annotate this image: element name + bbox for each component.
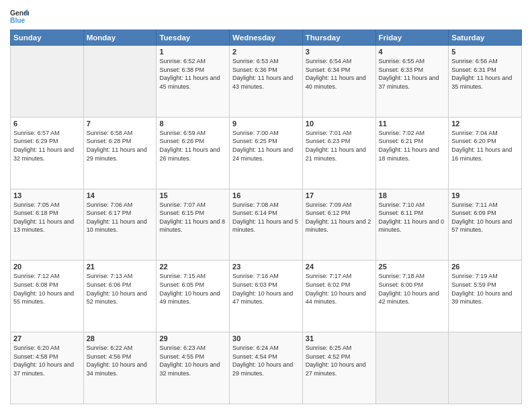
day-number: 20 [13,263,81,271]
calendar-day-cell: 3Sunrise: 6:54 AMSunset: 6:34 PMDaylight… [302,46,375,118]
day-number: 3 [306,48,373,56]
day-info: Sunrise: 6:25 AMSunset: 4:52 PMDaylight:… [306,344,373,377]
logo-icon: General Blue [10,7,29,26]
calendar-day-cell: 16Sunrise: 7:08 AMSunset: 6:14 PMDayligh… [230,189,303,261]
weekday-header: Tuesday [157,30,230,46]
day-info: Sunrise: 7:11 AMSunset: 6:09 PMDaylight:… [451,201,519,234]
day-info: Sunrise: 6:22 AMSunset: 4:56 PMDaylight:… [87,344,154,377]
day-number: 6 [13,120,81,128]
day-info: Sunrise: 7:09 AMSunset: 6:12 PMDaylight:… [306,201,373,234]
calendar-day-cell [449,332,522,404]
calendar-day-cell: 17Sunrise: 7:09 AMSunset: 6:12 PMDayligh… [302,189,375,261]
day-info: Sunrise: 7:04 AMSunset: 6:20 PMDaylight:… [451,129,519,163]
day-info: Sunrise: 7:18 AMSunset: 6:00 PMDaylight:… [379,272,446,306]
day-number: 11 [379,120,446,128]
day-number: 18 [379,191,446,199]
weekday-header: Friday [375,30,449,46]
day-number: 13 [13,191,81,199]
day-number: 7 [87,120,154,128]
day-info: Sunrise: 7:05 AMSunset: 6:18 PMDaylight:… [13,201,81,234]
calendar-day-cell: 5Sunrise: 6:56 AMSunset: 6:31 PMDaylight… [449,46,522,118]
day-number: 9 [232,120,300,128]
day-info: Sunrise: 6:23 AMSunset: 4:55 PMDaylight:… [159,344,226,377]
day-info: Sunrise: 7:10 AMSunset: 6:11 PMDaylight:… [379,201,446,234]
day-number: 2 [232,48,300,56]
day-number: 15 [159,191,226,199]
day-number: 10 [306,120,373,128]
day-info: Sunrise: 7:17 AMSunset: 6:02 PMDaylight:… [306,272,373,306]
calendar-day-cell: 9Sunrise: 7:00 AMSunset: 6:25 PMDaylight… [230,117,303,189]
calendar-day-cell: 11Sunrise: 7:02 AMSunset: 6:21 PMDayligh… [375,117,449,189]
calendar-day-cell: 26Sunrise: 7:19 AMSunset: 5:59 PMDayligh… [449,261,522,332]
calendar-day-cell: 30Sunrise: 6:24 AMSunset: 4:54 PMDayligh… [230,332,303,404]
header: General Blue [10,7,522,26]
calendar-day-cell: 15Sunrise: 7:07 AMSunset: 6:15 PMDayligh… [157,189,230,261]
calendar-day-cell: 8Sunrise: 6:59 AMSunset: 6:26 PMDaylight… [157,117,230,189]
calendar-day-cell: 23Sunrise: 7:16 AMSunset: 6:03 PMDayligh… [230,261,303,332]
calendar-day-cell [375,332,449,404]
day-info: Sunrise: 7:00 AMSunset: 6:25 PMDaylight:… [232,129,300,163]
day-number: 28 [87,334,154,342]
day-number: 8 [159,120,226,128]
weekday-header: Sunday [11,30,84,46]
calendar-day-cell: 6Sunrise: 6:57 AMSunset: 6:29 PMDaylight… [11,117,84,189]
day-info: Sunrise: 6:20 AMSunset: 4:58 PMDaylight:… [13,344,81,377]
day-number: 29 [159,334,226,342]
calendar-table: SundayMondayTuesdayWednesdayThursdayFrid… [10,30,522,404]
day-number: 14 [87,191,154,199]
calendar-day-cell: 20Sunrise: 7:12 AMSunset: 6:08 PMDayligh… [11,261,84,332]
calendar-day-cell: 2Sunrise: 6:53 AMSunset: 6:36 PMDaylight… [230,46,303,118]
calendar-day-cell: 14Sunrise: 7:06 AMSunset: 6:17 PMDayligh… [83,189,157,261]
day-number: 1 [159,48,226,56]
calendar-day-cell: 10Sunrise: 7:01 AMSunset: 6:23 PMDayligh… [302,117,375,189]
calendar-day-cell: 4Sunrise: 6:55 AMSunset: 6:33 PMDaylight… [375,46,449,118]
day-info: Sunrise: 6:53 AMSunset: 6:36 PMDaylight:… [232,57,300,91]
logo: General Blue [10,7,29,26]
calendar-day-cell: 19Sunrise: 7:11 AMSunset: 6:09 PMDayligh… [449,189,522,261]
day-info: Sunrise: 7:07 AMSunset: 6:15 PMDaylight:… [159,201,226,234]
day-number: 25 [379,263,446,271]
calendar-day-cell: 21Sunrise: 7:13 AMSunset: 6:06 PMDayligh… [83,261,157,332]
calendar-day-cell: 1Sunrise: 6:52 AMSunset: 6:38 PMDaylight… [157,46,230,118]
day-number: 24 [306,263,373,271]
calendar-week-row: 1Sunrise: 6:52 AMSunset: 6:38 PMDaylight… [11,46,522,118]
weekday-header: Monday [83,30,157,46]
calendar-day-cell: 31Sunrise: 6:25 AMSunset: 4:52 PMDayligh… [302,332,375,404]
day-info: Sunrise: 6:24 AMSunset: 4:54 PMDaylight:… [232,344,300,377]
calendar-week-row: 6Sunrise: 6:57 AMSunset: 6:29 PMDaylight… [11,117,522,189]
day-info: Sunrise: 7:06 AMSunset: 6:17 PMDaylight:… [87,201,154,234]
day-info: Sunrise: 7:19 AMSunset: 5:59 PMDaylight:… [451,272,519,306]
calendar-day-cell: 24Sunrise: 7:17 AMSunset: 6:02 PMDayligh… [302,261,375,332]
svg-text:Blue: Blue [10,17,26,24]
calendar-day-cell: 13Sunrise: 7:05 AMSunset: 6:18 PMDayligh… [11,189,84,261]
day-number: 23 [232,263,300,271]
day-number: 30 [232,334,300,342]
day-info: Sunrise: 6:56 AMSunset: 6:31 PMDaylight:… [451,57,519,91]
calendar-header-row: SundayMondayTuesdayWednesdayThursdayFrid… [11,30,522,46]
day-number: 22 [159,263,226,271]
day-number: 26 [451,263,519,271]
day-info: Sunrise: 7:16 AMSunset: 6:03 PMDaylight:… [232,272,300,306]
calendar-day-cell: 12Sunrise: 7:04 AMSunset: 6:20 PMDayligh… [449,117,522,189]
day-info: Sunrise: 6:59 AMSunset: 6:26 PMDaylight:… [159,129,226,163]
calendar-day-cell [83,46,157,118]
day-number: 5 [451,48,519,56]
day-info: Sunrise: 7:01 AMSunset: 6:23 PMDaylight:… [306,129,373,163]
day-info: Sunrise: 7:08 AMSunset: 6:14 PMDaylight:… [232,201,300,234]
day-info: Sunrise: 6:52 AMSunset: 6:38 PMDaylight:… [159,57,226,91]
day-info: Sunrise: 7:02 AMSunset: 6:21 PMDaylight:… [379,129,446,163]
day-info: Sunrise: 7:12 AMSunset: 6:08 PMDaylight:… [13,272,81,306]
calendar-day-cell: 27Sunrise: 6:20 AMSunset: 4:58 PMDayligh… [11,332,84,404]
day-info: Sunrise: 6:55 AMSunset: 6:33 PMDaylight:… [379,57,446,91]
calendar-day-cell: 28Sunrise: 6:22 AMSunset: 4:56 PMDayligh… [83,332,157,404]
calendar-day-cell: 29Sunrise: 6:23 AMSunset: 4:55 PMDayligh… [157,332,230,404]
day-info: Sunrise: 7:15 AMSunset: 6:05 PMDaylight:… [159,272,226,306]
day-number: 17 [306,191,373,199]
calendar-day-cell [11,46,84,118]
calendar-day-cell: 18Sunrise: 7:10 AMSunset: 6:11 PMDayligh… [375,189,449,261]
day-number: 31 [306,334,373,342]
day-number: 4 [379,48,446,56]
day-number: 19 [451,191,519,199]
calendar-week-row: 27Sunrise: 6:20 AMSunset: 4:58 PMDayligh… [11,332,522,404]
day-info: Sunrise: 7:13 AMSunset: 6:06 PMDaylight:… [87,272,154,306]
